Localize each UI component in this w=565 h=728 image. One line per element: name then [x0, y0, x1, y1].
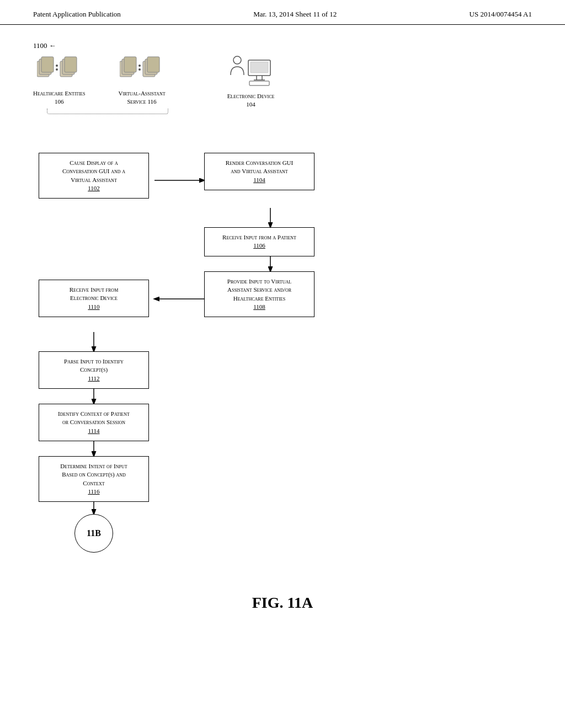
svg-point-7 [56, 68, 58, 71]
svg-point-14 [138, 65, 141, 67]
flow-box-1110: Receive Input fromElectronic Device 1110 [39, 280, 149, 317]
box-1106: Receive Input from a Patient 1106 [204, 227, 315, 256]
svg-point-6 [56, 65, 58, 67]
patent-header: Patent Application Publication Mar. 13, … [0, 0, 565, 25]
flow-box-1114: Identify Context of Patientor Conversati… [39, 404, 149, 441]
fig-caption: FIG. 11A [33, 594, 532, 612]
brace-line [47, 109, 168, 114]
box-1110: Receive Input fromElectronic Device 1110 [39, 280, 149, 317]
header-right: US 2014/0074454 A1 [470, 10, 532, 19]
flow-box-1108: Provide Input to VirtualAssistant Servic… [204, 271, 315, 318]
top-icons-row: Healthcare Entities 106 [33, 56, 532, 114]
flow-box-1106: Receive Input from a Patient 1106 [204, 227, 315, 256]
electronic-device-icon [226, 56, 276, 89]
box-1112: Parse Input to IdentifyConcept(s) 1112 [39, 351, 149, 389]
header-center: Mar. 13, 2014 Sheet 11 of 12 [253, 10, 337, 19]
svg-rect-2 [41, 57, 54, 72]
box-1102: Cause Display of aConversation GUI and a… [39, 153, 149, 199]
electronic-device-group: Electronic Device 104 [226, 56, 276, 109]
healthcare-entities-group: Healthcare Entities 106 [33, 56, 85, 106]
main-content: 1100 ← [0, 25, 565, 628]
box-1116: Determine Intent of InputBased on Concep… [39, 456, 149, 502]
svg-rect-5 [65, 57, 77, 72]
healthcare-entities-label: Healthcare Entities 106 [33, 89, 85, 106]
svg-rect-22 [249, 81, 269, 85]
box-1114: Identify Context of Patientor Conversati… [39, 404, 149, 441]
flow-box-1112: Parse Input to IdentifyConcept(s) 1112 [39, 351, 149, 389]
flow-box-1104: Render Conversation GUIand Virtual Assis… [204, 153, 315, 190]
virtual-assistant-icon [120, 56, 164, 86]
diagram-label: 1100 ← [33, 41, 532, 50]
flow-box-1102: Cause Display of aConversation GUI and a… [39, 153, 149, 199]
circle-11b: 11B [74, 514, 113, 553]
svg-point-16 [233, 56, 241, 64]
svg-rect-10 [124, 57, 136, 72]
flow-diagram: Cause Display of aConversation GUI and a… [33, 136, 419, 577]
virtual-assistant-group: Virtual-Assistant Service 116 [118, 56, 165, 106]
circle-11b-node: 11B [74, 514, 113, 553]
healthcare-entities-icon [37, 56, 81, 86]
virtual-assistant-label: Virtual-Assistant Service 116 [118, 89, 165, 106]
flow-box-1116: Determine Intent of InputBased on Concep… [39, 456, 149, 502]
box-1108: Provide Input to VirtualAssistant Servic… [204, 271, 315, 318]
brace-group: Healthcare Entities 106 [33, 56, 182, 114]
svg-rect-18 [250, 62, 268, 73]
box-1104: Render Conversation GUIand Virtual Assis… [204, 153, 315, 190]
svg-rect-13 [147, 57, 159, 72]
header-left: Patent Application Publication [33, 10, 121, 19]
brace-icons: Healthcare Entities 106 [33, 56, 182, 106]
svg-point-15 [138, 68, 141, 71]
electronic-device-label: Electronic Device 104 [227, 92, 275, 109]
